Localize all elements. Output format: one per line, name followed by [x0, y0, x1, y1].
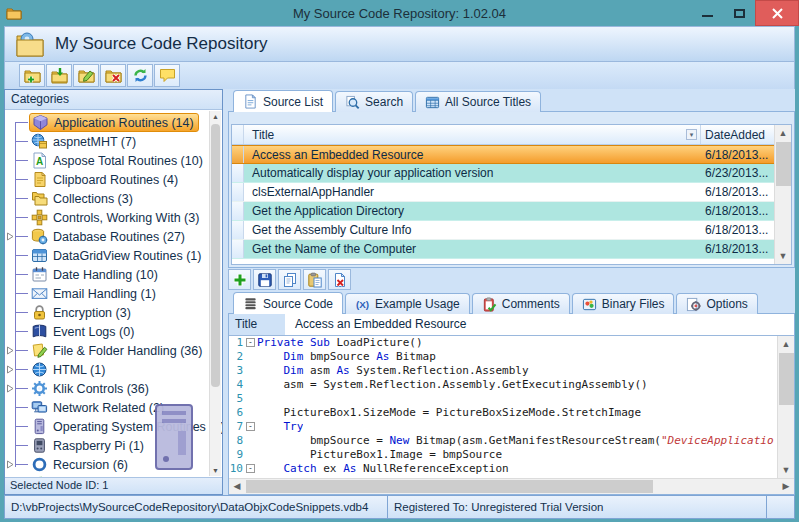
code-editor[interactable]: 1-Private Sub LoadPicture()2 Dim bmpSour… — [229, 336, 794, 478]
scroll-left-icon[interactable]: ◀ — [229, 479, 245, 494]
category-node[interactable]: Clipboard Routines (4) — [29, 170, 182, 189]
fold-icon[interactable]: - — [246, 338, 255, 347]
scroll-down-icon[interactable]: ▼ — [775, 248, 791, 264]
category-node[interactable]: Raspberry Pi (1) — [29, 436, 148, 455]
category-item-research[interactable]: {}Research (2) — [5, 474, 222, 477]
maximize-button[interactable] — [723, 0, 755, 26]
delete-source-button[interactable] — [328, 269, 351, 290]
table-row[interactable]: Get the Name of the Computer6/18/2013... — [232, 240, 791, 259]
category-item-application-routines[interactable]: Application Routines (14) — [5, 113, 222, 132]
add-category-button[interactable] — [19, 64, 45, 87]
save-source-button[interactable] — [253, 269, 276, 290]
add-source-button[interactable] — [228, 269, 251, 290]
category-item-clipboard-routines[interactable]: Clipboard Routines (4) — [5, 170, 222, 189]
table-row[interactable]: clsExternalAppHandler6/18/2013... — [232, 183, 791, 202]
expand-arrow-icon[interactable] — [6, 232, 15, 241]
category-node[interactable]: {}Research (2) — [29, 474, 129, 477]
category-item-collections[interactable]: Collections (3) — [5, 189, 222, 208]
category-label: Recursion (6) — [53, 458, 128, 472]
close-button[interactable] — [755, 0, 799, 26]
category-item-file-folder-handling[interactable]: File & Folder Handling (36) — [5, 341, 222, 360]
category-node[interactable]: Controls, Working With (3) — [29, 208, 203, 227]
category-item-html[interactable]: HTML (1) — [5, 360, 222, 379]
source-tab-search[interactable]: Search — [335, 91, 413, 112]
category-node[interactable]: aspnetMHT (7) — [29, 132, 140, 151]
category-item-event-logs[interactable]: Event Logs (0) — [5, 322, 222, 341]
code-hscroll-thumb[interactable] — [246, 480, 653, 493]
scroll-down-icon[interactable]: ▼ — [778, 462, 794, 478]
detail-tab-comments[interactable]: Comments — [472, 293, 570, 314]
category-item-klik-controls[interactable]: Klik Controls (36) — [5, 379, 222, 398]
column-header-title[interactable]: Title ▾ — [244, 125, 701, 144]
category-node[interactable]: File & Folder Handling (36) — [29, 341, 206, 360]
category-item-aspnetmht[interactable]: aspnetMHT (7) — [5, 132, 222, 151]
tree-scroll-thumb[interactable] — [211, 124, 220, 387]
expand-arrow-icon[interactable] — [6, 384, 15, 393]
detail-tab-options[interactable]: Options — [676, 293, 757, 314]
table-scroll-thumb[interactable] — [776, 142, 791, 186]
code-line: 3 Dim asm As System.Reflection.Assembly — [229, 364, 794, 378]
expand-arrow-icon[interactable] — [6, 365, 15, 374]
category-item-date-handling[interactable]: Date Handling (10) — [5, 265, 222, 284]
tree-scrollbar[interactable]: ▲ ▼ — [209, 111, 221, 476]
minimize-button[interactable] — [691, 0, 723, 26]
cell-title: Get the Assembly Culture Info — [244, 223, 701, 237]
row-selector[interactable] — [232, 164, 244, 182]
fold-icon[interactable]: - — [246, 422, 255, 431]
source-tab-all-source-titles[interactable]: All Source Titles — [415, 91, 541, 112]
scroll-up-icon[interactable]: ▲ — [775, 125, 791, 141]
table-row[interactable]: Access an Embedded Resource6/18/2013... — [232, 145, 791, 164]
category-item-database-routines[interactable]: Database Routines (27) — [5, 227, 222, 246]
category-node[interactable]: Database Routines (27) — [29, 227, 189, 246]
title-field-value[interactable]: Access an Embedded Resource — [285, 314, 794, 335]
category-node[interactable]: Recursion (6) — [29, 455, 132, 474]
category-node[interactable]: DataGridView Routines (1) — [29, 246, 205, 265]
row-selector[interactable] — [232, 183, 244, 201]
table-scrollbar[interactable]: ▲ ▼ — [774, 125, 791, 264]
scroll-up-icon[interactable]: ▲ — [778, 336, 794, 352]
category-node[interactable]: Date Handling (10) — [29, 265, 162, 284]
category-node[interactable]: Email Handling (1) — [29, 284, 160, 303]
detail-tab-binary-files[interactable]: Binary Files — [572, 293, 675, 314]
category-node[interactable]: Event Logs (0) — [29, 322, 138, 341]
delete-category-button[interactable] — [100, 64, 126, 87]
code-vscroll-thumb[interactable] — [779, 353, 794, 405]
expand-arrow-icon[interactable] — [6, 346, 15, 355]
category-node[interactable]: Klik Controls (36) — [29, 379, 153, 398]
category-node[interactable]: AAspose Total Routines (10) — [29, 151, 207, 170]
detail-tab-example-usage[interactable]: (X)Example Usage — [345, 293, 470, 314]
detail-tab-source-code[interactable]: Source Code — [233, 292, 343, 314]
copy-source-button[interactable] — [278, 269, 301, 290]
source-tab-source-list[interactable]: Source List — [233, 90, 333, 112]
row-selector[interactable] — [232, 146, 244, 163]
expand-arrow-icon[interactable] — [6, 460, 15, 469]
refresh-button[interactable] — [127, 64, 153, 87]
table-row[interactable]: Automatically display your application v… — [232, 164, 791, 183]
code-vscrollbar[interactable]: ▲ ▼ — [777, 336, 794, 478]
category-node[interactable]: Collections (3) — [29, 189, 137, 208]
category-item-encryption[interactable]: Encryption (3) — [5, 303, 222, 322]
database-settings-button[interactable] — [767, 495, 795, 519]
category-item-controls-working-with[interactable]: Controls, Working With (3) — [5, 208, 222, 227]
feedback-button[interactable] — [154, 64, 180, 87]
scroll-up-icon[interactable]: ▲ — [210, 111, 221, 122]
row-selector[interactable] — [232, 202, 244, 220]
category-node[interactable]: Application Routines (14) — [29, 113, 199, 132]
scroll-down-icon[interactable]: ▼ — [210, 465, 221, 476]
edit-category-button[interactable] — [73, 64, 99, 87]
category-node[interactable]: Encryption (3) — [29, 303, 135, 322]
table-row[interactable]: Get the Assembly Culture Info6/18/2013..… — [232, 221, 791, 240]
import-category-button[interactable] — [46, 64, 72, 87]
paste-source-button[interactable] — [303, 269, 326, 290]
table-row[interactable]: Get the Application Directory6/18/2013..… — [232, 202, 791, 221]
row-selector[interactable] — [232, 221, 244, 239]
code-hscrollbar[interactable]: ◀ ▶ — [229, 478, 794, 494]
fold-icon[interactable]: - — [246, 464, 255, 473]
category-item-datagridview-routines[interactable]: DataGridView Routines (1) — [5, 246, 222, 265]
category-item-email-handling[interactable]: Email Handling (1) — [5, 284, 222, 303]
filter-icon[interactable]: ▾ — [686, 129, 697, 140]
category-item-aspose-total-routines[interactable]: AAspose Total Routines (10) — [5, 151, 222, 170]
row-selector[interactable] — [232, 240, 244, 258]
category-node[interactable]: HTML (1) — [29, 360, 109, 379]
scroll-right-icon[interactable]: ▶ — [778, 479, 794, 494]
